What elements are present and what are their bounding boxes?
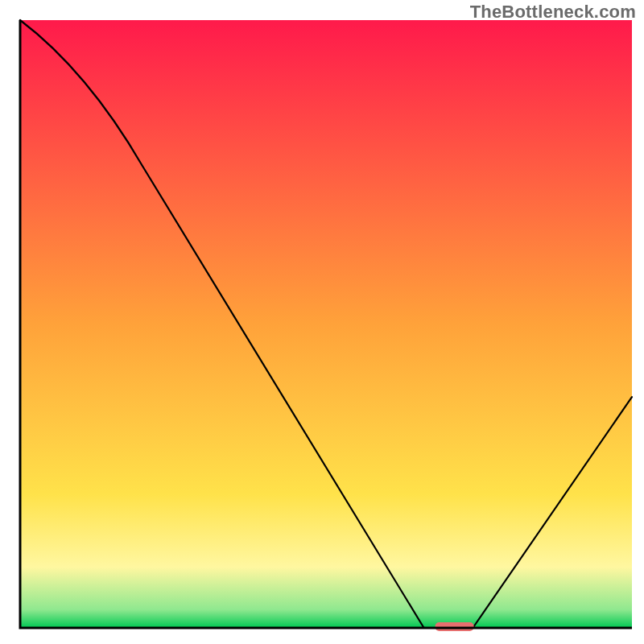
chart-container: TheBottleneck.com [0,0,644,644]
plot-area [20,20,632,628]
watermark-text: TheBottleneck.com [470,2,636,23]
bottleneck-chart [0,0,644,644]
